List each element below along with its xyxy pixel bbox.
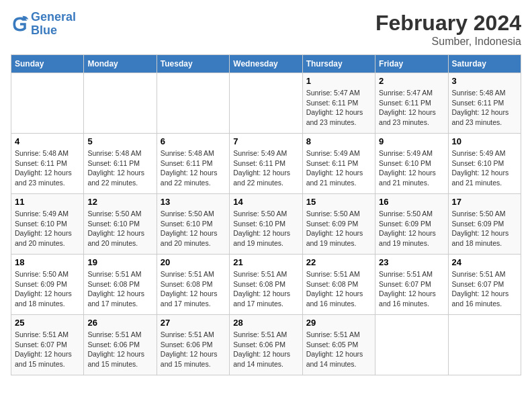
calendar-week-row: 11Sunrise: 5:49 AMSunset: 6:10 PMDayligh… (11, 194, 521, 255)
calendar-cell: 5Sunrise: 5:48 AMSunset: 6:11 PMDaylight… (84, 134, 157, 194)
day-number: 21 (233, 257, 298, 267)
calendar-cell: 4Sunrise: 5:48 AMSunset: 6:11 PMDaylight… (11, 134, 84, 194)
calendar-cell: 19Sunrise: 5:51 AMSunset: 6:08 PMDayligh… (84, 255, 157, 315)
day-info: Sunrise: 5:47 AMSunset: 6:11 PMDaylight:… (306, 88, 371, 128)
day-info: Sunrise: 5:51 AMSunset: 6:07 PMDaylight:… (379, 269, 444, 309)
day-info: Sunrise: 5:50 AMSunset: 6:09 PMDaylight:… (379, 209, 444, 248)
calendar-cell: 1Sunrise: 5:47 AMSunset: 6:11 PMDaylight… (302, 73, 375, 134)
calendar-cell (375, 315, 448, 375)
calendar-cell (230, 73, 302, 134)
day-number: 23 (379, 257, 444, 267)
day-number: 9 (379, 136, 444, 146)
day-number: 18 (15, 257, 80, 267)
day-number: 27 (161, 318, 226, 328)
calendar-cell (157, 73, 229, 134)
day-info: Sunrise: 5:48 AMSunset: 6:11 PMDaylight:… (452, 88, 517, 128)
logo: General Blue (11, 11, 76, 38)
day-number: 3 (452, 76, 517, 86)
day-info: Sunrise: 5:49 AMSunset: 6:11 PMDaylight:… (233, 148, 298, 188)
calendar-cell: 7Sunrise: 5:49 AMSunset: 6:11 PMDaylight… (230, 134, 302, 194)
calendar-cell: 14Sunrise: 5:50 AMSunset: 6:10 PMDayligh… (230, 194, 302, 255)
day-number: 16 (379, 197, 444, 207)
weekday-header-thursday: Thursday (302, 55, 375, 73)
calendar-week-row: 4Sunrise: 5:48 AMSunset: 6:11 PMDaylight… (11, 134, 521, 194)
day-number: 8 (306, 136, 371, 146)
calendar-cell: 15Sunrise: 5:50 AMSunset: 6:09 PMDayligh… (302, 194, 375, 255)
day-number: 22 (306, 257, 371, 267)
day-number: 13 (161, 197, 226, 207)
day-number: 17 (452, 197, 517, 207)
day-number: 25 (15, 318, 80, 328)
calendar-cell: 25Sunrise: 5:51 AMSunset: 6:07 PMDayligh… (11, 315, 84, 375)
day-info: Sunrise: 5:50 AMSunset: 6:10 PMDaylight:… (233, 209, 298, 248)
day-info: Sunrise: 5:49 AMSunset: 6:11 PMDaylight:… (306, 148, 371, 188)
logo-icon (11, 15, 30, 34)
day-number: 7 (233, 136, 298, 146)
calendar-cell: 2Sunrise: 5:47 AMSunset: 6:11 PMDaylight… (375, 73, 448, 134)
day-number: 29 (306, 318, 371, 328)
day-info: Sunrise: 5:50 AMSunset: 6:09 PMDaylight:… (306, 209, 371, 248)
subtitle: Sumber, Indonesia (375, 36, 521, 48)
day-number: 15 (306, 197, 371, 207)
day-info: Sunrise: 5:51 AMSunset: 6:08 PMDaylight:… (233, 269, 298, 309)
day-info: Sunrise: 5:48 AMSunset: 6:11 PMDaylight:… (87, 148, 152, 188)
day-number: 24 (452, 257, 517, 267)
main-title: February 2024 (375, 11, 521, 36)
day-info: Sunrise: 5:49 AMSunset: 6:10 PMDaylight:… (379, 148, 444, 188)
day-info: Sunrise: 5:50 AMSunset: 6:09 PMDaylight:… (15, 269, 80, 309)
day-number: 6 (161, 136, 226, 146)
calendar-cell: 17Sunrise: 5:50 AMSunset: 6:09 PMDayligh… (448, 194, 521, 255)
day-number: 2 (379, 76, 444, 86)
calendar-cell: 11Sunrise: 5:49 AMSunset: 6:10 PMDayligh… (11, 194, 84, 255)
calendar-cell (448, 315, 521, 375)
day-info: Sunrise: 5:48 AMSunset: 6:11 PMDaylight:… (161, 148, 226, 188)
calendar-week-row: 1Sunrise: 5:47 AMSunset: 6:11 PMDaylight… (11, 73, 521, 134)
calendar-cell: 16Sunrise: 5:50 AMSunset: 6:09 PMDayligh… (375, 194, 448, 255)
day-number: 11 (15, 197, 80, 207)
day-number: 5 (87, 136, 152, 146)
calendar-week-row: 25Sunrise: 5:51 AMSunset: 6:07 PMDayligh… (11, 315, 521, 375)
calendar-cell: 29Sunrise: 5:51 AMSunset: 6:05 PMDayligh… (302, 315, 375, 375)
day-number: 19 (87, 257, 152, 267)
day-number: 14 (233, 197, 298, 207)
day-number: 4 (15, 136, 80, 146)
calendar-cell: 20Sunrise: 5:51 AMSunset: 6:08 PMDayligh… (157, 255, 229, 315)
logo-general: General (31, 10, 76, 24)
title-block: February 2024 Sumber, Indonesia (375, 11, 521, 48)
day-number: 26 (87, 318, 152, 328)
calendar-cell: 21Sunrise: 5:51 AMSunset: 6:08 PMDayligh… (230, 255, 302, 315)
weekday-header-sunday: Sunday (11, 55, 84, 73)
calendar-table: SundayMondayTuesdayWednesdayThursdayFrid… (11, 54, 521, 375)
day-info: Sunrise: 5:50 AMSunset: 6:10 PMDaylight:… (161, 209, 226, 248)
weekday-header-saturday: Saturday (448, 55, 521, 73)
weekday-header-row: SundayMondayTuesdayWednesdayThursdayFrid… (11, 55, 521, 73)
calendar-cell: 13Sunrise: 5:50 AMSunset: 6:10 PMDayligh… (157, 194, 229, 255)
calendar-cell: 9Sunrise: 5:49 AMSunset: 6:10 PMDaylight… (375, 134, 448, 194)
day-info: Sunrise: 5:51 AMSunset: 6:08 PMDaylight:… (161, 269, 226, 309)
calendar-cell: 12Sunrise: 5:50 AMSunset: 6:10 PMDayligh… (84, 194, 157, 255)
calendar-cell: 22Sunrise: 5:51 AMSunset: 6:08 PMDayligh… (302, 255, 375, 315)
day-info: Sunrise: 5:51 AMSunset: 6:06 PMDaylight:… (233, 330, 298, 369)
day-info: Sunrise: 5:49 AMSunset: 6:10 PMDaylight:… (452, 148, 517, 188)
calendar-cell (84, 73, 157, 134)
weekday-header-monday: Monday (84, 55, 157, 73)
calendar-cell: 18Sunrise: 5:50 AMSunset: 6:09 PMDayligh… (11, 255, 84, 315)
calendar-cell: 26Sunrise: 5:51 AMSunset: 6:06 PMDayligh… (84, 315, 157, 375)
calendar-cell: 28Sunrise: 5:51 AMSunset: 6:06 PMDayligh… (230, 315, 302, 375)
day-info: Sunrise: 5:51 AMSunset: 6:07 PMDaylight:… (452, 269, 517, 309)
day-info: Sunrise: 5:48 AMSunset: 6:11 PMDaylight:… (15, 148, 80, 188)
page-header: General Blue February 2024 Sumber, Indon… (11, 11, 521, 48)
day-info: Sunrise: 5:51 AMSunset: 6:08 PMDaylight:… (87, 269, 152, 309)
day-info: Sunrise: 5:51 AMSunset: 6:08 PMDaylight:… (306, 269, 371, 309)
day-info: Sunrise: 5:51 AMSunset: 6:07 PMDaylight:… (15, 330, 80, 369)
logo-text: General Blue (31, 11, 76, 38)
day-number: 28 (233, 318, 298, 328)
weekday-header-tuesday: Tuesday (157, 55, 229, 73)
day-number: 20 (161, 257, 226, 267)
weekday-header-friday: Friday (375, 55, 448, 73)
calendar-cell: 23Sunrise: 5:51 AMSunset: 6:07 PMDayligh… (375, 255, 448, 315)
calendar-cell (11, 73, 84, 134)
calendar-cell: 10Sunrise: 5:49 AMSunset: 6:10 PMDayligh… (448, 134, 521, 194)
day-info: Sunrise: 5:47 AMSunset: 6:11 PMDaylight:… (379, 88, 444, 128)
calendar-cell: 27Sunrise: 5:51 AMSunset: 6:06 PMDayligh… (157, 315, 229, 375)
